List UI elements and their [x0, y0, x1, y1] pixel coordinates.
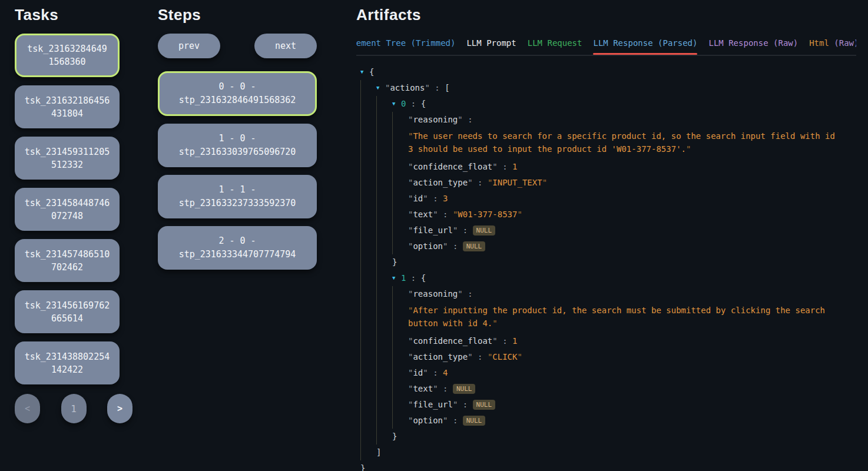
indent-guide: [392, 413, 408, 429]
json-quote: ": [423, 191, 428, 207]
indent-guide: [392, 349, 408, 365]
indent-guide: [376, 286, 392, 302]
json-key: reasoning: [413, 286, 458, 302]
task-item-button[interactable]: tsk_231458448746072748: [15, 188, 120, 231]
tab-llm-response-parsed-[interactable]: LLM Response (Parsed): [593, 38, 697, 55]
json-quote: ": [408, 207, 413, 223]
json-row: "text" : NULL: [360, 381, 856, 397]
indent-guide: [392, 365, 408, 381]
json-quote: ": [488, 349, 492, 365]
json-row: "After inputting the product id, the sea…: [360, 302, 856, 333]
task-item-button[interactable]: tsk_231457486510702462: [15, 239, 120, 282]
json-colon: :: [458, 397, 472, 413]
task-id-label: tsk_231456169762665614: [23, 299, 111, 325]
json-null-badge: NULL: [473, 225, 496, 236]
collapse-toggle-icon[interactable]: ▼: [392, 96, 401, 112]
collapse-toggle-icon[interactable]: ▼: [376, 80, 385, 96]
json-quote: ": [408, 397, 413, 413]
tab-llm-request[interactable]: LLM Request: [528, 38, 582, 55]
indent-guide: [360, 270, 376, 286]
indent-guide: [360, 254, 376, 270]
json-string-value: W01-377-8537: [458, 207, 517, 223]
indent-guide: [376, 365, 392, 381]
indent-guide: [392, 128, 408, 159]
json-row: "confidence_float" : 1: [360, 333, 856, 349]
task-id-label: tsk_231457486510702462: [23, 248, 111, 274]
steps-nav: prev next: [158, 34, 317, 58]
indent-guide: [360, 207, 376, 223]
json-row: "option" : NULL: [360, 413, 856, 429]
json-row: "action_type" : "INPUT_TEXT": [360, 175, 856, 191]
prev-step-button[interactable]: prev: [158, 34, 220, 58]
indent-guide: [360, 349, 376, 365]
artifacts-panel: Artifacts Element Tree (Trimmed)LLM Prom…: [356, 6, 856, 471]
task-item-button[interactable]: tsk_231438802254142422: [15, 341, 120, 384]
json-null-badge: NULL: [473, 400, 496, 410]
indent-guide: [376, 381, 392, 397]
step-item-button[interactable]: 1 - 0 - stp_231633039765096720: [158, 124, 317, 167]
indent-guide: [360, 333, 376, 349]
json-quote: ": [408, 223, 413, 238]
json-colon: :: [428, 365, 443, 381]
json-colon: :: [406, 270, 420, 286]
indent-guide: [360, 128, 376, 159]
indent-guide: [360, 112, 376, 128]
indent-guide: [392, 159, 408, 175]
tab-element-tree-trimmed-[interactable]: Element Tree (Trimmed): [356, 38, 455, 55]
json-quote: ": [408, 175, 413, 191]
json-row: "action_type" : "CLICK": [360, 349, 856, 365]
json-colon: :: [448, 238, 462, 254]
json-quote: ": [408, 159, 413, 175]
json-quote: ": [408, 381, 413, 397]
task-id-label: tsk_231438802254142422: [23, 350, 111, 376]
json-quote: ": [492, 333, 497, 349]
json-row: "confidence_float" : 1: [360, 159, 856, 175]
step-item-button[interactable]: 0 - 0 - stp_231632846491568362: [158, 71, 317, 116]
json-string-value: "The user needs to search for a specific…: [408, 128, 838, 159]
json-row: "option" : NULL: [360, 238, 856, 254]
pagination-prev-button[interactable]: <: [15, 394, 40, 423]
tab-label: Html: [809, 38, 829, 48]
indent-guide: [360, 80, 376, 96]
json-row: "The user needs to search for a specific…: [360, 128, 856, 159]
json-number-value: 1: [512, 333, 517, 349]
task-item-button[interactable]: tsk_231632846491568360: [15, 34, 120, 77]
indent-guide: [376, 270, 392, 286]
indent-guide: [376, 191, 392, 207]
collapse-toggle-icon[interactable]: ▼: [360, 64, 369, 80]
task-item-button[interactable]: tsk_231459311205512332: [15, 137, 120, 180]
json-string-text: After inputting the product id, the sear…: [408, 306, 830, 328]
json-row: ▼0 : {: [360, 96, 856, 112]
json-close-bracket: ]: [376, 445, 381, 460]
json-row: }: [360, 460, 856, 471]
tab-html-raw-[interactable]: Html (Raw): [809, 38, 856, 55]
task-item-button[interactable]: tsk_231632186456431804: [15, 85, 120, 128]
json-close-bracket: }: [392, 429, 397, 445]
json-quote: ": [517, 207, 522, 223]
next-step-button[interactable]: next: [254, 34, 317, 58]
collapse-toggle-icon[interactable]: ▼: [392, 270, 401, 286]
indent-guide: [392, 333, 408, 349]
indent-guide: [376, 413, 392, 429]
json-colon: :: [473, 175, 488, 191]
pagination-next-button[interactable]: >: [107, 394, 132, 423]
pagination-page-button[interactable]: 1: [61, 394, 87, 423]
json-string-value: "After inputting the product id, the sea…: [408, 302, 838, 333]
tab-llm-response-raw-[interactable]: LLM Response (Raw): [708, 38, 798, 55]
json-open-bracket: {: [421, 270, 426, 286]
json-quote: ": [517, 349, 522, 365]
json-quote: ": [468, 175, 472, 191]
step-item-button[interactable]: 2 - 0 - stp_231633344707774794: [158, 226, 317, 270]
tab-llm-prompt[interactable]: LLM Prompt: [466, 38, 516, 55]
json-string-value: CLICK: [492, 349, 517, 365]
json-open-bracket: {: [369, 64, 374, 80]
step-item-button[interactable]: 1 - 1 - stp_231633237333592370: [158, 175, 317, 218]
json-quote: ": [453, 397, 458, 413]
json-key: text: [413, 207, 433, 223]
json-quote: ": [408, 333, 413, 349]
task-item-button[interactable]: tsk_231456169762665614: [15, 290, 120, 333]
json-quote: ": [408, 112, 413, 128]
indent-guide: [392, 191, 408, 207]
json-null-badge: NULL: [453, 384, 476, 394]
json-row: "reasoning" :: [360, 112, 856, 128]
